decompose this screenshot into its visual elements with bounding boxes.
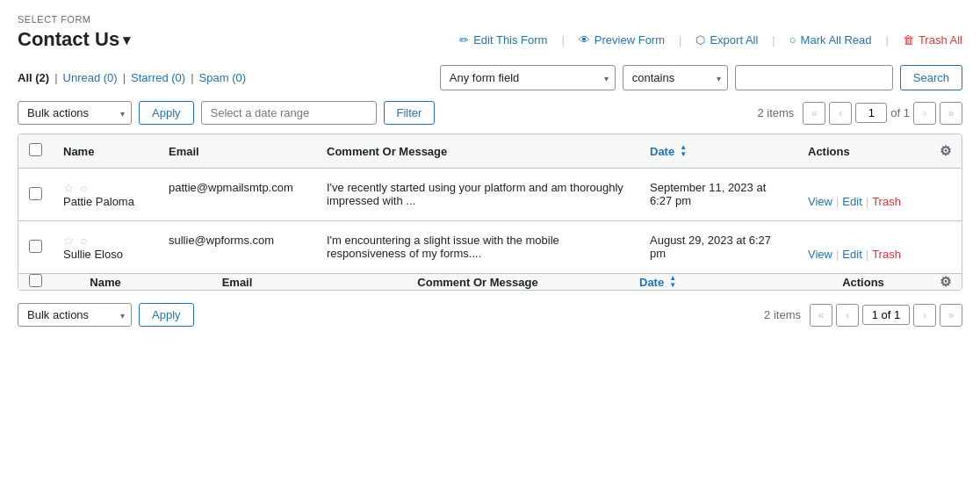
edit-form-link[interactable]: ✏ Edit This Form (459, 33, 547, 47)
prev-page-btn-bottom[interactable]: ‹ (836, 304, 859, 327)
tab-links: All (2) | Unread (0) | Starred (0) | Spa… (18, 71, 246, 84)
search-value-input[interactable] (735, 65, 893, 90)
apply-button-top[interactable]: Apply (139, 101, 194, 125)
preview-icon: 👁 (579, 33, 590, 47)
row2-checkbox-cell (18, 221, 53, 274)
pagination-bottom: 2 items « ‹ › » (764, 304, 962, 327)
table-row: ☆ ○ Pattie Paloma pattie@wpmailsmtp.com … (18, 169, 962, 221)
row2-checkbox[interactable] (29, 240, 42, 253)
select-form-label: SELECT FORM (18, 14, 962, 25)
row1-checkbox[interactable] (29, 187, 42, 200)
prev-page-btn-top[interactable]: ‹ (829, 102, 852, 125)
row2-edit-link[interactable]: Edit (842, 248, 861, 261)
date-label: Date (650, 145, 674, 158)
items-count-bottom: 2 items (764, 308, 801, 321)
form-title-chevron[interactable]: ▾ (123, 32, 130, 48)
footer-date-sort-link[interactable]: Date ▲ ▼ (639, 275, 797, 289)
bulk-actions-select-top[interactable]: Bulk actions (18, 101, 132, 125)
field-select-wrap: Any form field ▾ (440, 65, 616, 90)
condition-select-wrap: contains is is not starts with ends with… (623, 65, 728, 90)
first-page-btn-bottom[interactable]: « (810, 304, 832, 327)
row2-sep1: | (836, 248, 839, 261)
preview-form-link[interactable]: 👁 Preview Form (579, 33, 665, 47)
select-all-checkbox[interactable] (29, 143, 42, 156)
row1-message-cell: I've recently started using your platfor… (316, 169, 639, 221)
row1-settings-cell (929, 169, 962, 221)
tab-sep1: | (54, 71, 57, 84)
tab-sep3: | (191, 71, 193, 84)
tab-spam[interactable]: Spam (0) (199, 71, 246, 84)
next-page-btn-top[interactable]: › (913, 102, 936, 125)
footer-select-all-checkbox[interactable] (29, 274, 42, 287)
row2-trash-link[interactable]: Trash (872, 248, 901, 261)
field-select[interactable]: Any form field (440, 65, 616, 90)
bulk-actions-select-bottom[interactable]: Bulk actions (18, 303, 132, 327)
filter-dropdowns-group: Any form field ▾ contains is is not star… (440, 65, 962, 90)
tab-unread[interactable]: Unread (0) (63, 71, 118, 84)
header-checkbox-col (18, 134, 53, 169)
header-date[interactable]: Date ▲ ▼ (639, 134, 797, 169)
first-page-btn-top[interactable]: « (803, 102, 825, 125)
row2-date-cell: August 29, 2023 at 6:27 pm (639, 221, 797, 274)
edit-icon: ✏ (459, 33, 469, 47)
tab-all[interactable]: All (2) (18, 71, 49, 84)
footer-date-label: Date (639, 276, 664, 289)
form-title-text: Contact Us (18, 28, 119, 51)
apply-button-bottom[interactable]: Apply (139, 303, 194, 327)
date-sort-link[interactable]: Date ▲ ▼ (650, 144, 787, 158)
sep2: | (679, 33, 681, 47)
condition-select[interactable]: contains is is not starts with ends with (623, 65, 728, 90)
last-page-btn-top[interactable]: » (940, 102, 962, 125)
preview-form-label: Preview Form (594, 33, 665, 47)
row2-email-cell: sullie@wpforms.com (158, 221, 316, 274)
form-title[interactable]: Contact Us ▾ (18, 28, 130, 51)
footer-settings-icon[interactable]: ⚙ (940, 274, 951, 289)
edit-form-label: Edit This Form (473, 33, 547, 47)
row2-settings-cell (929, 221, 962, 274)
sort-down: ▼ (680, 151, 687, 158)
row1-edit-link[interactable]: Edit (842, 195, 861, 208)
top-toolbar-row: Bulk actions ▾ Apply Filter 2 items « ‹ … (18, 101, 962, 125)
footer-settings-col[interactable]: ⚙ (929, 274, 962, 291)
row2-circle-icon[interactable]: ○ (80, 234, 87, 248)
row1-view-link[interactable]: View (808, 195, 832, 208)
footer-date[interactable]: Date ▲ ▼ (639, 274, 797, 291)
trash-all-link[interactable]: 🗑 Trash All (903, 33, 962, 47)
page-input-top[interactable] (855, 103, 887, 123)
footer-email: Email (158, 274, 316, 291)
search-button[interactable]: Search (900, 65, 962, 90)
filter-top-row: All (2) | Unread (0) | Starred (0) | Spa… (18, 65, 962, 90)
footer-message: Comment Or Message (316, 274, 639, 291)
header-email: Email (158, 134, 316, 169)
table-footer-header-row: Name Email Comment Or Message Date ▲ ▼ A… (18, 274, 962, 291)
row1-trash-link[interactable]: Trash (872, 195, 901, 208)
sep1: | (561, 33, 564, 47)
table-header-row: Name Email Comment Or Message Date ▲ ▼ A… (18, 134, 962, 169)
row2-message: I'm encountering a slight issue with the… (327, 234, 559, 260)
row2-star-icon[interactable]: ☆ (63, 234, 75, 248)
tab-starred[interactable]: Starred (0) (131, 71, 185, 84)
row1-email: pattie@wpmailsmtp.com (169, 181, 293, 194)
page-input-bottom[interactable] (862, 305, 910, 325)
row2-name-cell: ☆ ○ Sullie Eloso (53, 221, 158, 274)
trash-all-label: Trash All (919, 33, 962, 47)
row1-actions: View | Edit | Trash (808, 181, 919, 208)
header-actions: Actions (797, 134, 929, 169)
row1-message: I've recently started using your platfor… (327, 181, 623, 207)
settings-icon[interactable]: ⚙ (940, 143, 951, 158)
row1-date: September 11, 2023 at 6:27 pm (650, 181, 766, 207)
row1-circle-icon[interactable]: ○ (80, 181, 87, 195)
footer-checkbox-col (18, 274, 53, 291)
export-all-link[interactable]: ⬡ Export All (695, 33, 758, 47)
date-range-input-top[interactable] (201, 101, 377, 125)
header-settings[interactable]: ⚙ (929, 134, 962, 169)
bulk-actions-wrap-bottom: Bulk actions ▾ (18, 303, 132, 327)
filter-button-top[interactable]: Filter (384, 101, 436, 125)
row1-checkbox-cell (18, 169, 53, 221)
mark-all-read-link[interactable]: ○ Mark All Read (789, 33, 872, 47)
row1-star-icon[interactable]: ☆ (63, 181, 75, 195)
row2-view-link[interactable]: View (808, 248, 832, 261)
form-actions: ✏ Edit This Form | 👁 Preview Form | ⬡ Ex… (459, 33, 962, 47)
last-page-btn-bottom[interactable]: » (940, 304, 962, 327)
next-page-btn-bottom[interactable]: › (913, 304, 936, 327)
